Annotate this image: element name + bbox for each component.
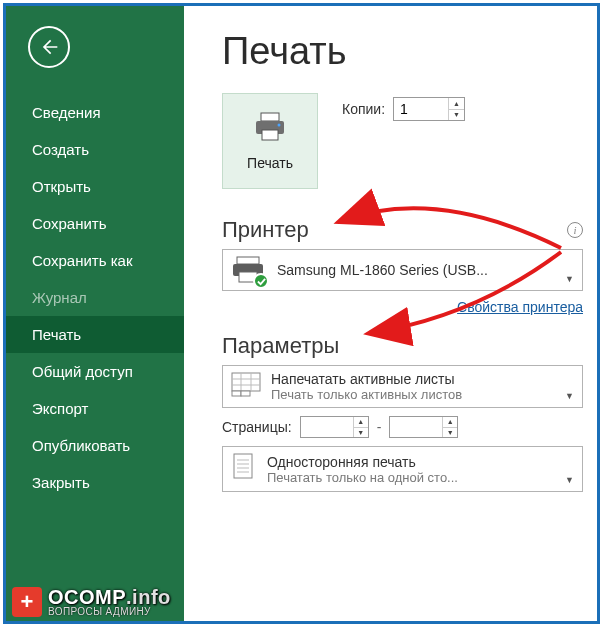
sidebar-item-saveas[interactable]: Сохранить как [6,242,184,279]
printer-dropdown[interactable]: Samsung ML-1860 Series (USB... ▼ [222,249,583,291]
print-button[interactable]: Печать [222,93,318,189]
pages-dash: - [377,419,382,435]
duplex-sub: Печатать только на одной сто... [267,470,458,485]
printer-selected-name: Samsung ML-1860 Series (USB... [277,262,488,278]
printer-icon [253,112,287,145]
pages-to-spinner[interactable]: ▲ ▼ [389,416,458,438]
page-icon [231,452,257,486]
printer-device-icon [231,255,267,285]
copies-input[interactable] [394,98,448,120]
copies-spinner[interactable]: ▲ ▼ [393,97,465,121]
printer-heading: Принтер [222,217,309,243]
svg-rect-13 [241,391,250,396]
print-what-dropdown[interactable]: Напечатать активные листы Печать только … [222,365,583,408]
pages-to-up[interactable]: ▲ [443,417,457,428]
pages-from-up[interactable]: ▲ [354,417,368,428]
sidebar-item-print[interactable]: Печать [6,316,184,353]
svg-rect-0 [261,113,279,121]
sidebar-item-open[interactable]: Открыть [6,168,184,205]
duplex-dropdown[interactable]: Односторонняя печать Печатать только на … [222,446,583,492]
copies-up[interactable]: ▲ [449,98,464,110]
pages-from-down[interactable]: ▼ [354,428,368,438]
sidebar-item-history: Журнал [6,279,184,316]
pages-from-input[interactable] [301,417,353,437]
sidebar-item-new[interactable]: Создать [6,131,184,168]
backstage-sidebar: Сведения Создать Открыть Сохранить Сохра… [6,6,184,621]
copies-label: Копии: [342,101,385,117]
svg-point-3 [278,123,281,126]
back-button[interactable] [28,26,70,68]
chevron-down-icon: ▼ [565,391,574,401]
sidebar-item-save[interactable]: Сохранить [6,205,184,242]
pages-to-down[interactable]: ▼ [443,428,457,438]
duplex-title: Односторонняя печать [267,454,458,470]
svg-rect-2 [262,130,278,140]
print-what-title: Напечатать активные листы [271,371,462,387]
sidebar-item-close[interactable]: Закрыть [6,464,184,501]
svg-rect-7 [232,373,260,391]
pages-from-spinner[interactable]: ▲ ▼ [300,416,369,438]
printer-properties-link[interactable]: Свойства принтера [222,299,583,315]
copies-down[interactable]: ▼ [449,110,464,121]
settings-heading: Параметры [222,333,339,359]
chevron-down-icon: ▼ [565,475,574,485]
sheets-icon [231,372,261,402]
print-what-sub: Печать только активных листов [271,387,462,402]
printer-ready-check-icon [253,273,269,289]
print-backstage-panel: Печать Печать Копии: ▲ [184,6,597,621]
print-button-label: Печать [247,155,293,171]
pages-label: Страницы: [222,419,292,435]
page-title: Печать [222,30,583,73]
svg-rect-4 [237,257,259,264]
svg-rect-14 [234,454,252,478]
svg-rect-12 [232,391,241,396]
chevron-down-icon: ▼ [565,274,574,284]
sidebar-item-export[interactable]: Экспорт [6,390,184,427]
sidebar-item-info[interactable]: Сведения [6,94,184,131]
sidebar-item-share[interactable]: Общий доступ [6,353,184,390]
printer-info-icon[interactable]: i [567,222,583,238]
sidebar-item-publish[interactable]: Опубликовать [6,427,184,464]
pages-to-input[interactable] [390,417,442,437]
